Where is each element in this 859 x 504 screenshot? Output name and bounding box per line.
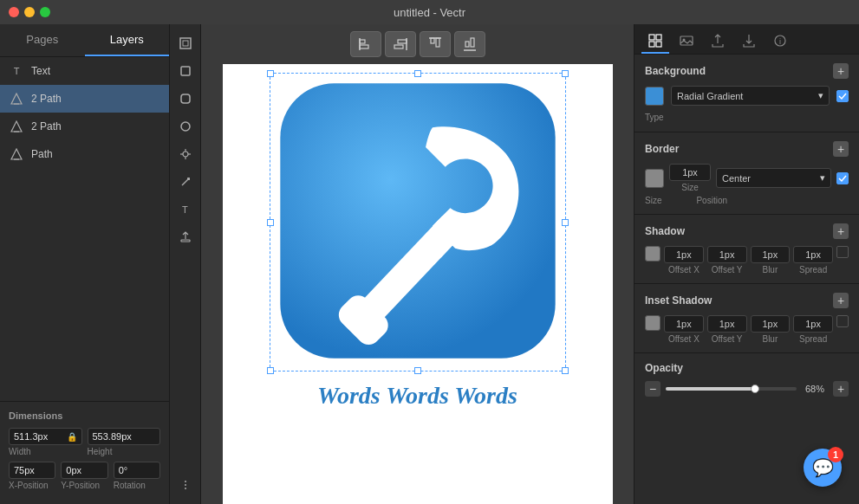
canvas-workspace[interactable]: Words Words Words (214, 64, 621, 504)
svg-marker-0 (11, 94, 22, 104)
handle-tl[interactable] (267, 70, 274, 77)
background-title: Background (645, 65, 706, 77)
layer-item-path2[interactable]: 2 Path (0, 113, 169, 140)
border-row: Size Center ▾ (645, 164, 849, 192)
inset-shadow-offset-x-input[interactable] (664, 315, 704, 333)
shadow-offset-y-input[interactable] (707, 246, 747, 263)
svg-rect-8 (181, 67, 190, 75)
rotation-input[interactable] (119, 465, 155, 475)
svg-line-16 (182, 179, 188, 185)
width-input[interactable] (14, 431, 65, 442)
border-size-input[interactable] (669, 164, 711, 181)
more-tool[interactable] (173, 473, 198, 497)
panel-tab-grid[interactable] (641, 29, 669, 54)
y-label: Y-Position (61, 481, 107, 490)
x-label: X-Position (9, 481, 55, 490)
border-position-dropdown[interactable]: Center ▾ (716, 168, 831, 188)
align-left-button[interactable] (350, 31, 381, 57)
pen-tool[interactable] (173, 170, 198, 194)
panel-tab-image[interactable] (673, 29, 700, 54)
background-header: Background + (645, 63, 849, 79)
inset-shadow-offset-y-input[interactable] (707, 315, 747, 333)
handle-ml[interactable] (267, 219, 274, 226)
square-tool[interactable] (173, 59, 198, 83)
handle-tc[interactable] (414, 70, 421, 77)
layer-item-path3[interactable]: Path (0, 140, 169, 168)
opacity-section: Opacity − 68% + (634, 353, 859, 410)
inset-shadow-add-button[interactable]: + (833, 293, 849, 308)
shadow-offset-x-input[interactable] (664, 246, 704, 263)
words-text: Words Words Words (317, 382, 517, 410)
layer-item-path1[interactable]: 2 Path (0, 85, 169, 113)
panel-tab-import[interactable] (735, 29, 763, 54)
background-type-dropdown[interactable]: Radial Gradient ▾ (671, 86, 830, 106)
shadow-visible-checkbox[interactable] (836, 246, 849, 258)
path-icon-3 (9, 146, 24, 162)
shadow-add-button[interactable]: + (833, 223, 849, 239)
opacity-slider-container: − 68% + (645, 381, 849, 397)
inset-shadow-blur-label: Blur (762, 334, 778, 344)
handle-bc[interactable] (414, 367, 421, 374)
tab-pages[interactable]: Pages (0, 24, 85, 56)
align-bottom-button[interactable] (454, 31, 485, 57)
y-input[interactable] (66, 465, 102, 475)
width-label: Width (9, 447, 82, 456)
minimize-button[interactable] (24, 7, 35, 17)
lock-icon[interactable]: 🔒 (67, 432, 77, 442)
text-tool[interactable]: T (173, 197, 198, 222)
handle-tr[interactable] (562, 70, 569, 77)
close-button[interactable] (9, 7, 19, 17)
main-layout: Pages Layers T Text 2 Path 2 Path (0, 24, 859, 504)
shadow-color-swatch[interactable] (645, 246, 661, 262)
shadow-header: Shadow + (645, 223, 849, 239)
handle-bl[interactable] (267, 367, 274, 374)
tab-layers[interactable]: Layers (85, 24, 170, 56)
border-position-sublabel: Position (696, 196, 727, 205)
y-field: Y-Position (61, 462, 107, 490)
opacity-increase-button[interactable]: + (833, 381, 849, 397)
chat-bubble-button[interactable]: 💬 1 (804, 449, 842, 487)
canvas-container[interactable]: Words Words Words (201, 24, 634, 504)
titlebar: untitled - Vectr (0, 0, 859, 24)
opacity-slider-thumb[interactable] (751, 384, 759, 393)
height-input[interactable] (93, 431, 156, 442)
border-visible-checkbox[interactable] (836, 172, 849, 184)
inset-shadow-spread-label: Spread (799, 334, 827, 344)
handle-br[interactable] (562, 367, 569, 374)
inset-shadow-section: Inset Shadow + Offset X Offset Y Blur (634, 284, 859, 353)
shadow-blur-input[interactable] (751, 246, 791, 263)
inset-shadow-blur-input[interactable] (751, 315, 791, 333)
svg-rect-32 (465, 42, 469, 47)
border-color-swatch[interactable] (645, 169, 664, 188)
shadow-fields: Offset X Offset Y Blur Spread (645, 246, 849, 275)
selection-box[interactable] (270, 73, 566, 372)
inset-shadow-visible-checkbox[interactable] (836, 315, 849, 327)
circle-tool[interactable] (173, 114, 198, 139)
transform-tool[interactable] (173, 142, 198, 166)
select-tool[interactable] (173, 31, 198, 55)
background-visible-checkbox[interactable] (836, 90, 849, 102)
path-icon-1 (9, 91, 24, 107)
inset-shadow-color-swatch[interactable] (645, 315, 661, 331)
svg-text:T: T (182, 204, 188, 215)
shadow-blur-group: Blur (751, 246, 791, 275)
opacity-decrease-button[interactable]: − (645, 381, 661, 397)
border-add-button[interactable]: + (833, 141, 849, 157)
upload-tool[interactable] (173, 225, 198, 249)
handle-mr[interactable] (562, 219, 569, 226)
align-top-button[interactable] (420, 31, 451, 57)
x-input[interactable] (14, 465, 50, 475)
rounded-rect-tool[interactable] (173, 87, 198, 111)
layer-item-text[interactable]: T Text (0, 57, 169, 85)
inset-shadow-spread-input[interactable] (793, 315, 833, 333)
background-color-swatch[interactable] (645, 87, 664, 106)
opacity-slider-track[interactable] (666, 387, 797, 391)
align-right-button[interactable] (385, 31, 416, 57)
panel-tab-info[interactable]: i (766, 29, 794, 54)
panel-tab-export[interactable] (704, 29, 732, 54)
border-header: Border + (645, 141, 849, 157)
background-add-button[interactable]: + (833, 63, 849, 79)
maximize-button[interactable] (40, 7, 50, 17)
shadow-offset-x-label: Offset X (668, 265, 700, 275)
shadow-spread-input[interactable] (793, 246, 833, 263)
